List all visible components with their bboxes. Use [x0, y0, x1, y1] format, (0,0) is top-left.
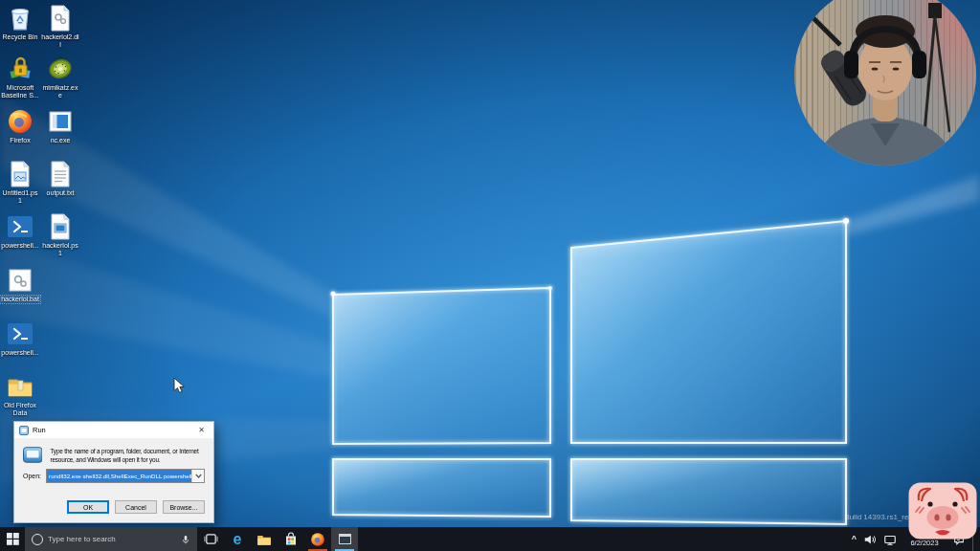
run-dialog-title: Run [33, 426, 46, 434]
windows-logo-icon [7, 533, 19, 545]
folder-icon [6, 372, 34, 401]
run-dialog-buttons: OK Cancel Browse... [23, 500, 205, 514]
desktop-icon-powershell-1[interactable]: powershell... [0, 212, 40, 250]
desktop-icon-hackerlol2-dll[interactable]: hackerlol2.dll [40, 4, 80, 49]
desktop-icon-label: Firefox [0, 137, 40, 144]
run-command-combobox[interactable]: rundll32.exe shell32.dll,ShellExec_RunDL… [46, 469, 205, 483]
file-explorer-button[interactable] [251, 527, 278, 551]
file-explorer-icon [256, 533, 272, 546]
ps1-file-icon [6, 160, 34, 188]
active-window-button[interactable] [331, 527, 358, 551]
desktop-icon-output-txt[interactable]: output.txt [40, 160, 80, 197]
kiwi-icon [46, 55, 75, 83]
firefox-icon [310, 532, 325, 547]
volume-icon[interactable] [863, 533, 877, 546]
browse-button[interactable]: Browse... [163, 500, 205, 514]
task-view-icon [204, 532, 218, 546]
run-command-value[interactable]: rundll32.exe shell32.dll,ShellExec_RunDL… [47, 470, 191, 482]
txt-file-icon [46, 160, 75, 188]
desktop-icon-mimikatz[interactable]: mimikatz.exe [40, 55, 80, 99]
chevron-down-icon [195, 474, 202, 478]
run-dialog: Run ✕ Type the name of a program, folder… [13, 421, 214, 523]
store-icon [284, 532, 298, 546]
pig-sticker-logo [908, 482, 977, 540]
firefox-icon [6, 107, 34, 136]
combo-dropdown-button[interactable] [191, 470, 204, 482]
desktop-icon-label: Microsoft Baseline S... [0, 84, 40, 99]
desktop-icon-label: powershell... [0, 242, 40, 250]
task-view-button[interactable] [197, 527, 224, 551]
desktop-icon-label: Old Firefox Data [0, 402, 40, 417]
desktop-icon-label: Recycle Bin [0, 33, 40, 41]
run-open-row: Open: rundll32.exe shell32.dll,ShellExec… [23, 469, 205, 483]
close-icon[interactable]: ✕ [189, 422, 213, 438]
dll-file-icon [46, 4, 75, 33]
desktop-icon-hackerlol-bat[interactable]: hackerlol.bat [0, 266, 40, 303]
store-button[interactable] [278, 527, 304, 551]
desktop-icon-recycle-bin[interactable]: Recycle Bin [0, 4, 40, 41]
microphone-icon[interactable] [181, 533, 190, 546]
network-icon[interactable] [883, 533, 897, 546]
desktop-icon-label: mimikatz.exe [40, 84, 80, 99]
run-dialog-message-row: Type the name of a program, folder, docu… [23, 447, 205, 464]
bat-file-icon [6, 266, 34, 295]
desktop-icon-label: hackerlol2.dll [40, 33, 80, 49]
start-button[interactable] [0, 527, 25, 551]
run-dialog-message: Type the name of a program, folder, docu… [50, 447, 205, 464]
desktop-icon-label: nc.exe [40, 137, 80, 144]
search-box[interactable]: Type here to search [25, 527, 197, 551]
ok-button[interactable]: OK [67, 500, 109, 514]
tray-date: 6/2/2023 [903, 540, 946, 547]
desktop-icon-label: output.txt [40, 189, 80, 197]
desktop-icon-label: powershell... [0, 349, 40, 357]
tripod-stand [924, 3, 949, 132]
run-dialog-icon [19, 426, 29, 435]
run-dialog-titlebar[interactable]: Run ✕ [14, 422, 213, 438]
powershell-icon [6, 212, 34, 241]
search-placeholder: Type here to search [48, 535, 176, 543]
mouse-cursor [173, 377, 186, 395]
taskbar: Type here to search e [0, 527, 980, 551]
security-lock-icon [6, 55, 34, 83]
edge-icon: e [234, 532, 242, 547]
run-app-icon [23, 447, 42, 463]
recycle-bin-icon [6, 4, 34, 33]
cancel-button[interactable]: Cancel [115, 500, 157, 514]
desktop-icon-hackerlol-ps1[interactable]: hackerlol.ps1 [40, 212, 80, 257]
ps1-file-icon [46, 212, 75, 241]
desktop-icon-label: hackerlol.ps1 [40, 242, 80, 257]
firefox-button[interactable] [304, 527, 331, 551]
run-dialog-body: Type the name of a program, folder, docu… [14, 447, 213, 514]
open-label: Open: [23, 473, 41, 479]
window-icon [339, 534, 351, 544]
powershell-icon [6, 320, 34, 348]
desktop-icon-microsoft-baseline[interactable]: Microsoft Baseline S... [0, 55, 40, 99]
app-window-icon [46, 107, 75, 136]
cortana-icon [32, 534, 43, 545]
edge-button[interactable]: e [224, 527, 251, 551]
desktop-icon-label: Untitled1.ps1 [0, 189, 40, 205]
desktop-icon-untitled1-ps1[interactable]: Untitled1.ps1 [0, 160, 40, 205]
desktop-icon-firefox[interactable]: Firefox [0, 107, 40, 144]
desktop-icon-powershell-2[interactable]: powershell... [0, 320, 40, 357]
desktop-icon-label: hackerlol.bat [0, 296, 40, 303]
desktop-icon-nc-exe[interactable]: nc.exe [40, 107, 80, 144]
hidden-icons-chevron[interactable]: ^ [852, 534, 857, 543]
desktop-icon-old-firefox-data[interactable]: Old Firefox Data [0, 372, 40, 417]
